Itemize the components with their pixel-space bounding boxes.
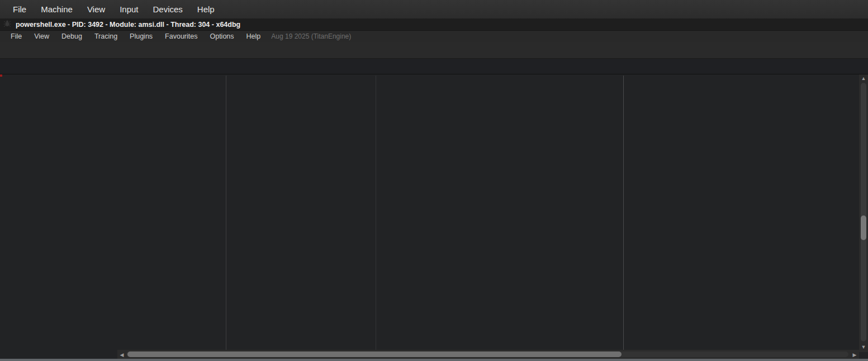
- vm-menu-bar: FileMachineViewInputDevicesHelp: [0, 0, 868, 18]
- disassembly-panel[interactable]: ▲ ▼ ◀ ▶: [0, 74, 868, 361]
- vertical-scroll-thumb[interactable]: [861, 215, 866, 240]
- x64dbg-window: FileMachineViewInputDevicesHelp powershe…: [0, 0, 868, 361]
- vm-menu-item-help[interactable]: Help: [190, 0, 222, 18]
- app-menu-item-tracing[interactable]: Tracing: [88, 32, 124, 40]
- vm-menu-item-file[interactable]: File: [6, 0, 34, 18]
- disassembly-rows: [0, 76, 859, 350]
- vm-menu-item-machine[interactable]: Machine: [34, 0, 80, 18]
- vertical-scroll-track[interactable]: [861, 83, 866, 341]
- vm-menu-item-input[interactable]: Input: [112, 0, 145, 18]
- column-separator[interactable]: [226, 76, 226, 350]
- scroll-down-arrow[interactable]: ▼: [859, 344, 868, 350]
- x64dbg-bug-icon: [3, 20, 11, 30]
- app-menu-item-favourites[interactable]: Favourites: [159, 32, 203, 40]
- app-menu-item-view[interactable]: View: [28, 32, 55, 40]
- app-menu-item-help[interactable]: Help: [240, 32, 267, 40]
- app-menu-item-debug[interactable]: Debug: [55, 32, 88, 40]
- vm-menu-item-devices[interactable]: Devices: [146, 0, 190, 18]
- app-menu-item-file[interactable]: File: [4, 32, 28, 40]
- horizontal-scroll-thumb[interactable]: [127, 351, 622, 357]
- build-info: Aug 19 2025 (TitanEngine): [271, 32, 351, 40]
- bottom-border: [0, 359, 868, 361]
- debug-toolbar: [0, 42, 868, 59]
- window-title: powershell.exe - PID: 3492 - Module: ams…: [16, 21, 240, 29]
- view-tab-bar: [0, 59, 868, 74]
- horizontal-scrollbar[interactable]: ◀ ▶: [117, 350, 859, 359]
- app-menu-item-plugins[interactable]: Plugins: [124, 32, 159, 40]
- scroll-up-arrow[interactable]: ▲: [859, 76, 868, 81]
- scroll-left-arrow[interactable]: ◀: [117, 352, 126, 358]
- highlight-red-box: [0, 74, 2, 77]
- vm-menu-item-view[interactable]: View: [80, 0, 112, 18]
- app-menu-item-options[interactable]: Options: [203, 32, 240, 40]
- column-separator[interactable]: [376, 76, 376, 350]
- title-bar: powershell.exe - PID: 3492 - Module: ams…: [0, 18, 868, 31]
- app-menu-bar: FileViewDebugTracingPluginsFavouritesOpt…: [0, 31, 868, 42]
- scroll-right-arrow[interactable]: ▶: [850, 352, 859, 358]
- column-separator[interactable]: [623, 76, 624, 350]
- vertical-scrollbar[interactable]: ▲ ▼: [859, 74, 868, 352]
